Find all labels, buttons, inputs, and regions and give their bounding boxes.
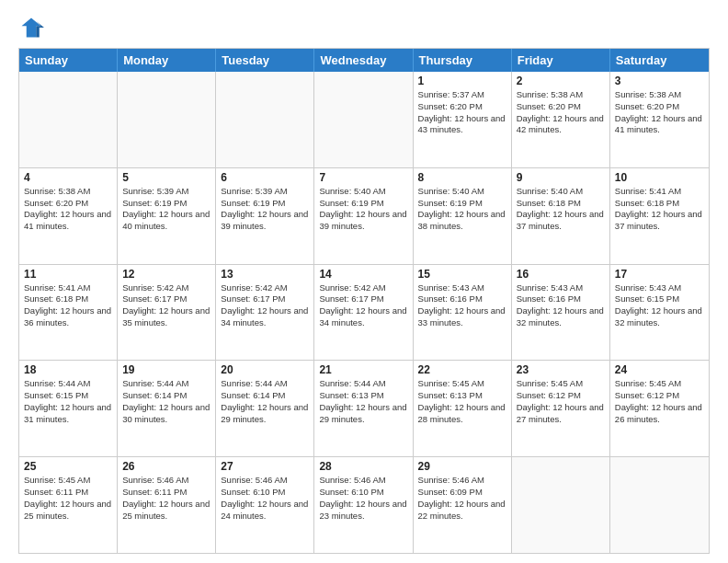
day-number: 22 (418, 363, 506, 376)
day-number: 19 (122, 363, 210, 376)
day-info: Sunrise: 5:43 AMSunset: 6:16 PMDaylight:… (418, 282, 506, 329)
day-number: 2 (517, 75, 605, 87)
day-cell-10: 10Sunrise: 5:41 AMSunset: 6:18 PMDayligh… (610, 168, 709, 264)
day-info: Sunrise: 5:40 AMSunset: 6:18 PMDaylight:… (517, 186, 605, 233)
header-cell-monday: Monday (118, 49, 216, 72)
header-cell-saturday: Saturday (610, 49, 709, 72)
day-info: Sunrise: 5:45 AMSunset: 6:12 PMDaylight:… (517, 378, 605, 425)
day-cell-15: 15Sunrise: 5:43 AMSunset: 6:16 PMDayligh… (414, 265, 512, 361)
day-info: Sunrise: 5:43 AMSunset: 6:16 PMDaylight:… (517, 282, 605, 329)
day-cell-4: 4Sunrise: 5:38 AMSunset: 6:20 PMDaylight… (19, 168, 118, 264)
calendar-header-row: SundayMondayTuesdayWednesdayThursdayFrid… (19, 49, 709, 72)
day-number: 24 (615, 363, 704, 376)
day-number: 5 (122, 171, 210, 184)
day-info: Sunrise: 5:42 AMSunset: 6:17 PMDaylight:… (221, 282, 309, 329)
day-info: Sunrise: 5:40 AMSunset: 6:19 PMDaylight:… (319, 186, 407, 233)
day-cell-17: 17Sunrise: 5:43 AMSunset: 6:15 PMDayligh… (610, 265, 709, 361)
calendar-row-1: 1Sunrise: 5:37 AMSunset: 6:20 PMDaylight… (19, 72, 709, 167)
day-info: Sunrise: 5:38 AMSunset: 6:20 PMDaylight:… (24, 186, 112, 233)
day-number: 14 (319, 268, 407, 281)
day-number: 25 (24, 460, 112, 473)
day-info: Sunrise: 5:45 AMSunset: 6:13 PMDaylight:… (418, 378, 506, 425)
day-info: Sunrise: 5:38 AMSunset: 6:20 PMDaylight:… (517, 89, 605, 136)
day-number: 12 (122, 268, 210, 281)
day-cell-empty-4-5 (512, 457, 610, 553)
day-info: Sunrise: 5:46 AMSunset: 6:09 PMDaylight:… (418, 475, 506, 522)
day-number: 7 (319, 171, 407, 184)
day-info: Sunrise: 5:41 AMSunset: 6:18 PMDaylight:… (615, 186, 704, 233)
day-number: 21 (319, 363, 407, 376)
day-cell-7: 7Sunrise: 5:40 AMSunset: 6:19 PMDaylight… (314, 168, 413, 264)
day-cell-empty-0-2 (216, 72, 314, 167)
day-cell-21: 21Sunrise: 5:44 AMSunset: 6:13 PMDayligh… (314, 361, 413, 456)
day-cell-29: 29Sunrise: 5:46 AMSunset: 6:09 PMDayligh… (414, 457, 512, 553)
day-number: 16 (517, 268, 605, 281)
header-cell-thursday: Thursday (414, 49, 512, 72)
day-cell-empty-0-3 (314, 72, 413, 167)
day-cell-27: 27Sunrise: 5:46 AMSunset: 6:10 PMDayligh… (216, 457, 314, 553)
day-info: Sunrise: 5:44 AMSunset: 6:13 PMDaylight:… (319, 378, 407, 425)
day-info: Sunrise: 5:42 AMSunset: 6:17 PMDaylight:… (122, 282, 210, 329)
day-cell-25: 25Sunrise: 5:45 AMSunset: 6:11 PMDayligh… (19, 457, 118, 553)
day-cell-5: 5Sunrise: 5:39 AMSunset: 6:19 PMDaylight… (118, 168, 216, 264)
day-cell-28: 28Sunrise: 5:46 AMSunset: 6:10 PMDayligh… (314, 457, 413, 553)
day-cell-11: 11Sunrise: 5:41 AMSunset: 6:18 PMDayligh… (19, 265, 118, 361)
day-number: 13 (221, 268, 309, 281)
day-info: Sunrise: 5:40 AMSunset: 6:19 PMDaylight:… (418, 186, 506, 233)
day-cell-9: 9Sunrise: 5:40 AMSunset: 6:18 PMDaylight… (512, 168, 610, 264)
day-cell-empty-0-0 (19, 72, 118, 167)
day-number: 26 (122, 460, 210, 473)
day-cell-16: 16Sunrise: 5:43 AMSunset: 6:16 PMDayligh… (512, 265, 610, 361)
day-cell-26: 26Sunrise: 5:46 AMSunset: 6:11 PMDayligh… (118, 457, 216, 553)
day-cell-13: 13Sunrise: 5:42 AMSunset: 6:17 PMDayligh… (216, 265, 314, 361)
day-number: 17 (615, 268, 704, 281)
day-number: 15 (418, 268, 506, 281)
day-number: 1 (418, 75, 506, 87)
day-cell-19: 19Sunrise: 5:44 AMSunset: 6:14 PMDayligh… (118, 361, 216, 456)
day-number: 23 (517, 363, 605, 376)
day-info: Sunrise: 5:41 AMSunset: 6:18 PMDaylight:… (24, 282, 112, 329)
day-cell-14: 14Sunrise: 5:42 AMSunset: 6:17 PMDayligh… (314, 265, 413, 361)
day-cell-18: 18Sunrise: 5:44 AMSunset: 6:15 PMDayligh… (19, 361, 118, 456)
day-number: 28 (319, 460, 407, 473)
day-info: Sunrise: 5:44 AMSunset: 6:14 PMDaylight:… (122, 378, 210, 425)
day-number: 27 (221, 460, 309, 473)
day-info: Sunrise: 5:46 AMSunset: 6:10 PMDaylight:… (319, 475, 407, 522)
header-cell-friday: Friday (512, 49, 610, 72)
day-number: 9 (517, 171, 605, 184)
day-info: Sunrise: 5:44 AMSunset: 6:14 PMDaylight:… (221, 378, 309, 425)
day-info: Sunrise: 5:39 AMSunset: 6:19 PMDaylight:… (221, 186, 309, 233)
day-info: Sunrise: 5:37 AMSunset: 6:20 PMDaylight:… (418, 89, 506, 136)
day-info: Sunrise: 5:45 AMSunset: 6:12 PMDaylight:… (615, 378, 704, 425)
calendar-row-3: 11Sunrise: 5:41 AMSunset: 6:18 PMDayligh… (19, 264, 709, 361)
day-cell-20: 20Sunrise: 5:44 AMSunset: 6:14 PMDayligh… (216, 361, 314, 456)
day-cell-empty-4-6 (610, 457, 709, 553)
day-number: 20 (221, 363, 309, 376)
day-cell-24: 24Sunrise: 5:45 AMSunset: 6:12 PMDayligh… (610, 361, 709, 456)
day-info: Sunrise: 5:46 AMSunset: 6:11 PMDaylight:… (122, 475, 210, 522)
header-cell-tuesday: Tuesday (216, 49, 314, 72)
day-info: Sunrise: 5:43 AMSunset: 6:15 PMDaylight:… (615, 282, 704, 329)
header-cell-wednesday: Wednesday (314, 49, 413, 72)
day-cell-8: 8Sunrise: 5:40 AMSunset: 6:19 PMDaylight… (414, 168, 512, 264)
day-cell-12: 12Sunrise: 5:42 AMSunset: 6:17 PMDayligh… (118, 265, 216, 361)
logo-icon (18, 15, 44, 40)
day-number: 3 (615, 75, 704, 87)
day-cell-1: 1Sunrise: 5:37 AMSunset: 6:20 PMDaylight… (414, 72, 512, 167)
day-cell-empty-0-1 (118, 72, 216, 167)
day-number: 6 (221, 171, 309, 184)
calendar: SundayMondayTuesdayWednesdayThursdayFrid… (18, 48, 710, 554)
day-cell-2: 2Sunrise: 5:38 AMSunset: 6:20 PMDaylight… (512, 72, 610, 167)
day-number: 10 (615, 171, 704, 184)
calendar-row-2: 4Sunrise: 5:38 AMSunset: 6:20 PMDaylight… (19, 167, 709, 264)
day-cell-6: 6Sunrise: 5:39 AMSunset: 6:19 PMDaylight… (216, 168, 314, 264)
day-number: 8 (418, 171, 506, 184)
day-cell-22: 22Sunrise: 5:45 AMSunset: 6:13 PMDayligh… (414, 361, 512, 456)
calendar-body: 1Sunrise: 5:37 AMSunset: 6:20 PMDaylight… (19, 72, 709, 553)
day-cell-23: 23Sunrise: 5:45 AMSunset: 6:12 PMDayligh… (512, 361, 610, 456)
day-number: 18 (24, 363, 112, 376)
day-info: Sunrise: 5:42 AMSunset: 6:17 PMDaylight:… (319, 282, 407, 329)
day-cell-3: 3Sunrise: 5:38 AMSunset: 6:20 PMDaylight… (610, 72, 709, 167)
day-number: 11 (24, 268, 112, 281)
header-cell-sunday: Sunday (19, 49, 118, 72)
